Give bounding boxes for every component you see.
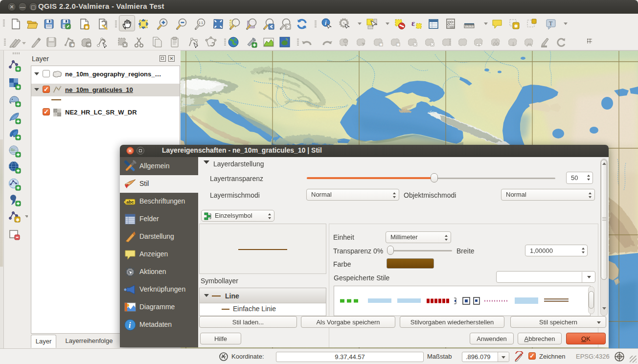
svg-text:abc: abc xyxy=(126,200,134,205)
svg-text:1:1: 1:1 xyxy=(199,21,204,24)
svg-text:T: T xyxy=(549,20,553,27)
svg-text:ε: ε xyxy=(411,19,415,28)
svg-text:✱: ✱ xyxy=(380,43,383,47)
svg-text:✱: ✱ xyxy=(16,217,20,223)
svg-text:✱: ✱ xyxy=(397,43,400,47)
svg-text:i: i xyxy=(129,321,131,329)
svg-text:✱: ✱ xyxy=(85,25,89,30)
svg-text:✱: ✱ xyxy=(71,43,75,47)
svg-text:✱: ✱ xyxy=(514,23,518,29)
